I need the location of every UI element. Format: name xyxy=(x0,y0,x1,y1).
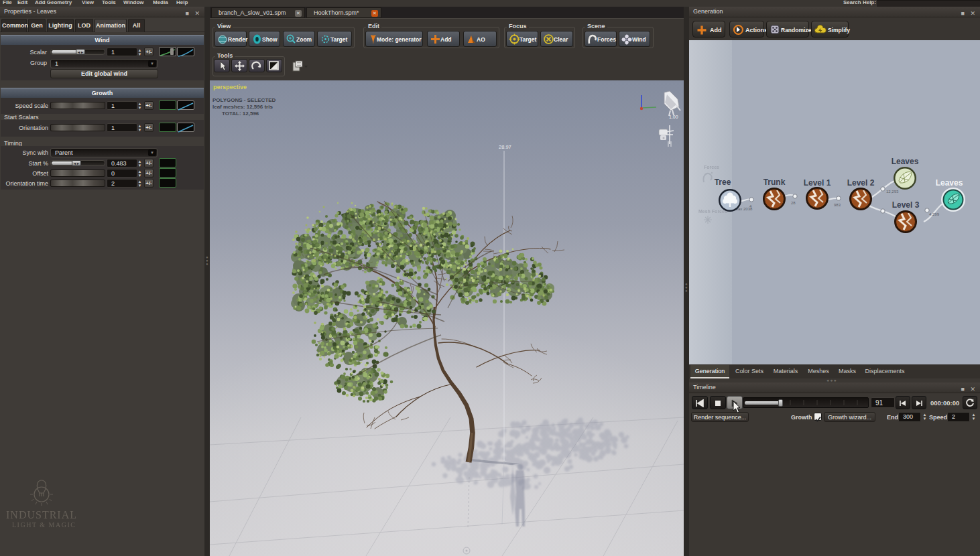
svg-text:Level 2: Level 2 xyxy=(847,178,875,188)
svg-text:Leaves: Leaves xyxy=(936,178,963,188)
svg-text:Tree: Tree xyxy=(715,178,731,187)
svg-text:983: 983 xyxy=(834,203,841,207)
svg-text:12,293: 12,293 xyxy=(886,190,899,194)
svg-text:Forces: Forces xyxy=(704,165,719,169)
svg-text:1.00: 1.00 xyxy=(669,115,678,119)
svg-text:Leaves: Leaves xyxy=(892,157,919,166)
svg-text:Level 3: Level 3 xyxy=(892,200,920,210)
svg-text:Mesh Forces: Mesh Forces xyxy=(698,209,727,214)
svg-text:INDUSTRIAL: INDUSTRIAL xyxy=(6,509,77,520)
svg-text:28: 28 xyxy=(791,201,796,205)
svg-text:4,299: 4,299 xyxy=(929,212,940,216)
svg-text:Trunk: Trunk xyxy=(763,178,786,187)
svg-text:Level 1: Level 1 xyxy=(804,178,831,188)
svg-text:28.97: 28.97 xyxy=(499,144,511,150)
svg-text:LIGHT & MAGIC: LIGHT & MAGIC xyxy=(12,521,76,529)
